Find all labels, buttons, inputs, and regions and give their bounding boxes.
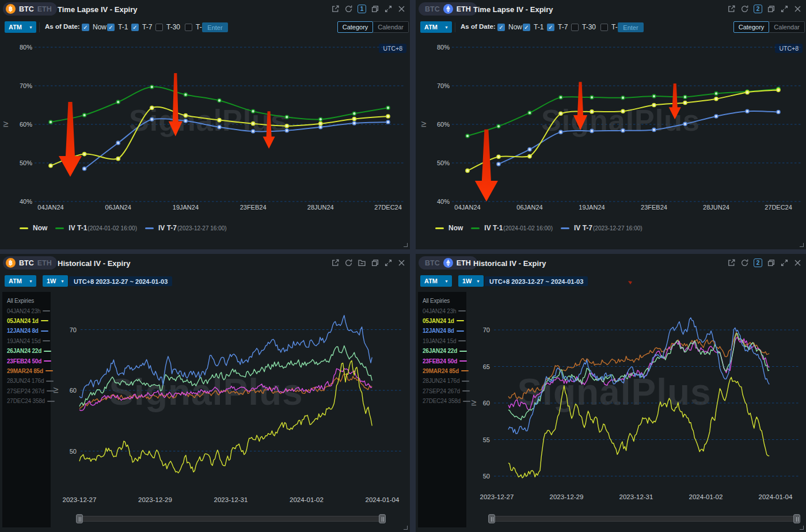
svg-text:19JAN24: 19JAN24 bbox=[173, 204, 199, 211]
svg-text:28JUN24: 28JUN24 bbox=[703, 204, 729, 211]
category-button[interactable]: Category bbox=[733, 21, 770, 33]
historical-chart-eth: 7065605550IVSignalPlus2023-12-272023-12-… bbox=[416, 254, 806, 532]
category-button[interactable]: Category bbox=[337, 21, 374, 33]
legend-item-iv-t-7[interactable]: IV T-7(2023-12-27 16:00) bbox=[561, 224, 642, 232]
svg-text:55: 55 bbox=[483, 436, 490, 443]
historical-chart-btc: 706050IVSignalPlus2023-12-272023-12-2920… bbox=[0, 254, 410, 532]
svg-text:70: 70 bbox=[70, 326, 77, 333]
svg-text:IV: IV bbox=[420, 121, 427, 127]
svg-text:2024-01-02: 2024-01-02 bbox=[290, 496, 324, 503]
svg-text:2023-12-31: 2023-12-31 bbox=[214, 496, 248, 503]
svg-text:04JAN24: 04JAN24 bbox=[454, 204, 480, 211]
time-scrollbar[interactable] bbox=[76, 514, 386, 525]
svg-text:27DEC24: 27DEC24 bbox=[765, 204, 792, 211]
chart-legend: NowIV T-1(2024-01-02 16:00)IV T-7(2023-1… bbox=[20, 224, 227, 232]
svg-text:40%: 40% bbox=[20, 198, 32, 205]
svg-text:80%: 80% bbox=[20, 44, 32, 51]
legend-item-iv-t-1[interactable]: IV T-1(2024-01-02 16:00) bbox=[471, 224, 553, 232]
svg-text:06JAN24: 06JAN24 bbox=[516, 204, 542, 211]
svg-text:65: 65 bbox=[483, 363, 490, 370]
svg-text:06JAN24: 06JAN24 bbox=[105, 204, 131, 211]
svg-text:28JUN24: 28JUN24 bbox=[307, 204, 334, 211]
panel-eth-historical: BTC ETH Historical IV - Expiry 2 ATM▼ 1W… bbox=[416, 254, 806, 532]
svg-text:23FEB24: 23FEB24 bbox=[641, 204, 667, 211]
legend-item-iv-t-7[interactable]: IV T-7(2023-12-27 16:00) bbox=[145, 224, 227, 232]
svg-text:60: 60 bbox=[70, 387, 77, 394]
svg-text:70%: 70% bbox=[20, 82, 32, 89]
svg-text:40%: 40% bbox=[437, 198, 450, 205]
scrollbar-handle-right[interactable] bbox=[379, 514, 386, 523]
svg-text:IV: IV bbox=[2, 121, 9, 127]
panel-btc-historical: ฿ BTC ETH Historical IV - Expiry ATM▼ 1W… bbox=[0, 254, 410, 532]
svg-text:50: 50 bbox=[483, 473, 490, 480]
svg-text:2023-12-27: 2023-12-27 bbox=[480, 493, 514, 500]
scrollbar-handle-right[interactable] bbox=[793, 514, 800, 523]
legend-item-now[interactable]: Now bbox=[435, 224, 463, 232]
svg-text:60: 60 bbox=[483, 400, 490, 406]
svg-text:2023-12-29: 2023-12-29 bbox=[138, 496, 172, 503]
svg-text:80%: 80% bbox=[437, 44, 450, 51]
scrollbar-track[interactable] bbox=[79, 516, 382, 522]
svg-text:60%: 60% bbox=[20, 121, 32, 128]
svg-text:IV: IV bbox=[52, 387, 59, 393]
svg-text:50: 50 bbox=[70, 448, 77, 455]
svg-text:2023-12-31: 2023-12-31 bbox=[619, 493, 653, 500]
svg-text:60%: 60% bbox=[437, 121, 450, 128]
svg-text:IV: IV bbox=[470, 400, 477, 406]
svg-text:2023-12-27: 2023-12-27 bbox=[63, 496, 97, 503]
time-lapse-chart-btc: 80%70%60%50%40%IVSignalPlus04JAN2406JAN2… bbox=[0, 0, 410, 249]
panel-btc-time-lapse: ฿ BTC ETH Time Lapse IV - Expiry 1 ATM▼ … bbox=[0, 0, 410, 249]
scrollbar-track[interactable] bbox=[492, 516, 797, 522]
panel-eth-time-lapse: BTC ETH Time Lapse IV - Expiry 2 ATM▼ As… bbox=[416, 0, 806, 249]
svg-text:50%: 50% bbox=[20, 159, 32, 166]
legend-item-iv-t-1[interactable]: IV T-1(2024-01-02 16:00) bbox=[55, 224, 137, 232]
resize-handle[interactable] bbox=[800, 526, 804, 530]
svg-text:2024-01-04: 2024-01-04 bbox=[366, 496, 400, 503]
scrollbar-handle-left[interactable] bbox=[76, 514, 83, 523]
svg-text:50%: 50% bbox=[437, 159, 450, 166]
time-lapse-chart-eth: 80%70%60%50%40%IVSignalPlus04JAN2406JAN2… bbox=[416, 0, 806, 249]
scrollbar-handle-left[interactable] bbox=[488, 514, 495, 523]
svg-text:70%: 70% bbox=[437, 82, 450, 89]
svg-text:27DEC24: 27DEC24 bbox=[374, 204, 402, 211]
resize-handle[interactable] bbox=[404, 526, 408, 530]
svg-text:2023-12-29: 2023-12-29 bbox=[550, 493, 584, 500]
svg-text:04JAN24: 04JAN24 bbox=[37, 204, 63, 211]
time-scrollbar[interactable] bbox=[488, 514, 800, 525]
svg-text:2024-01-02: 2024-01-02 bbox=[689, 493, 723, 500]
svg-text:23FEB24: 23FEB24 bbox=[240, 204, 267, 211]
legend-item-now[interactable]: Now bbox=[20, 224, 47, 232]
chart-legend: NowIV T-1(2024-01-02 16:00)IV T-7(2023-1… bbox=[435, 224, 642, 232]
resize-handle[interactable] bbox=[800, 243, 804, 247]
svg-text:70: 70 bbox=[483, 326, 490, 333]
resize-handle[interactable] bbox=[404, 243, 408, 247]
svg-text:2024-01-04: 2024-01-04 bbox=[759, 493, 793, 500]
svg-text:19JAN24: 19JAN24 bbox=[579, 204, 604, 211]
